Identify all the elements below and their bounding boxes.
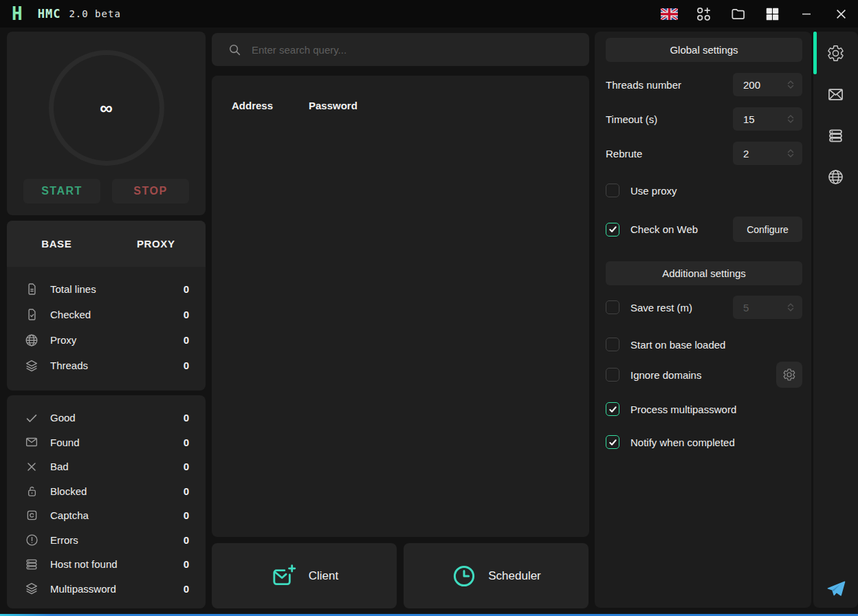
stat-label: Checked [50, 309, 91, 320]
ignore-domains-gear-button[interactable] [776, 362, 802, 388]
stat-label: Multipassword [50, 583, 116, 595]
tab-proxy[interactable]: PROXY [107, 238, 206, 250]
notify-completed-row: Notify when completed [606, 434, 802, 450]
scheduler-button[interactable]: Scheduler [404, 543, 588, 608]
runner-card: ∞ START STOP [7, 32, 206, 215]
threads-number-value: 200 [743, 79, 760, 91]
rebrute-row: Rebrute 2 [606, 142, 802, 165]
stat-label: Bad [50, 461, 69, 472]
envelope-plus-icon [270, 562, 298, 590]
timeout-label: Timeout (s) [606, 113, 657, 125]
layers-icon [23, 358, 40, 374]
app-title: HMC [38, 7, 61, 21]
widgets-add-icon[interactable] [686, 0, 720, 28]
global-settings-header: Global settings [606, 38, 802, 62]
timeout-spinner[interactable]: 15 [733, 107, 802, 131]
process-multipassword-label: Process multipassword [630, 404, 736, 415]
search-bar [212, 33, 589, 66]
stat-row-errors: Errors 0 [23, 528, 189, 553]
active-tab-indicator [813, 32, 817, 74]
app-window: H HMC 2.0 beta [0, 0, 858, 616]
stat-label: Good [50, 412, 76, 424]
stat-label: Blocked [50, 485, 87, 497]
save-rest-value: 5 [743, 302, 749, 314]
stat-value: 0 [184, 283, 189, 295]
stat-value: 0 [184, 485, 189, 497]
tab-base[interactable]: BASE [7, 238, 107, 250]
stat-row-threads: Threads 0 [23, 353, 189, 378]
check-on-web-checkbox[interactable] [606, 223, 619, 236]
threads-number-spinner[interactable]: 200 [733, 73, 802, 96]
search-input[interactable] [252, 44, 578, 56]
spinner-chevrons-icon[interactable] [785, 78, 796, 91]
folder-icon[interactable] [720, 0, 755, 28]
threads-number-label: Threads number [606, 79, 681, 91]
stat-row-proxy: Proxy 0 [23, 327, 189, 353]
globe-icon [23, 332, 40, 349]
start-button[interactable]: START [23, 179, 100, 204]
file-check-icon [23, 307, 40, 323]
server-icon [23, 556, 40, 573]
clock-icon [451, 563, 477, 589]
ignore-domains-checkbox[interactable] [606, 368, 619, 382]
progress-ring: ∞ [49, 50, 164, 166]
stat-label: Host not found [50, 558, 118, 570]
stat-label: Errors [50, 534, 78, 546]
process-multipassword-checkbox[interactable] [606, 402, 619, 416]
start-on-base-label: Start on base loaded [630, 339, 725, 351]
rebrute-value: 2 [743, 148, 749, 160]
close-button[interactable] [824, 0, 858, 28]
stat-row-bad: Bad 0 [23, 454, 189, 479]
client-button[interactable]: Client [212, 543, 397, 608]
stat-row-blocked: Blocked 0 [23, 479, 189, 504]
stat-value: 0 [184, 534, 189, 546]
save-rest-checkbox[interactable] [606, 300, 619, 314]
notify-completed-label: Notify when completed [630, 437, 735, 448]
results-table: Address Password [212, 76, 589, 537]
x-icon [23, 459, 40, 475]
check-on-web-label: Check on Web [630, 223, 698, 235]
start-on-base-checkbox[interactable] [606, 338, 619, 351]
stat-value: 0 [184, 509, 189, 521]
minimize-button[interactable] [789, 0, 824, 28]
stat-label: Threads [50, 360, 88, 371]
rebrute-label: Rebrute [606, 148, 642, 160]
save-rest-row: Save rest (m) 5 [606, 296, 802, 319]
settings-gear-icon[interactable] [826, 44, 845, 63]
error-icon [23, 531, 40, 548]
save-rest-spinner[interactable]: 5 [733, 296, 802, 319]
use-proxy-row: Use proxy [606, 183, 802, 198]
stat-value: 0 [184, 360, 189, 371]
icon-sidebar [813, 32, 858, 608]
use-proxy-checkbox[interactable] [606, 184, 619, 197]
database-icon[interactable] [826, 126, 845, 145]
titlebar: H HMC 2.0 beta [0, 0, 858, 28]
settings-panel: Global settings Threads number 200 Timeo… [595, 32, 811, 608]
stat-row-captcha: Captcha 0 [23, 503, 189, 528]
captcha-icon [23, 507, 40, 524]
file-icon [23, 281, 40, 298]
stop-button[interactable]: STOP [112, 179, 189, 204]
spinner-chevrons-icon[interactable] [785, 147, 796, 160]
rebrute-spinner[interactable]: 2 [733, 142, 802, 165]
globe-icon[interactable] [826, 168, 845, 186]
stat-value: 0 [184, 412, 189, 424]
configure-button[interactable]: Configure [733, 217, 802, 242]
spinner-chevrons-icon[interactable] [785, 301, 796, 314]
telegram-icon[interactable] [826, 580, 846, 598]
save-rest-label: Save rest (m) [630, 302, 692, 314]
windows-logo-icon[interactable] [755, 0, 789, 28]
use-proxy-label: Use proxy [630, 185, 677, 197]
check-icon [23, 410, 40, 426]
stat-row-total-lines: Total lines 0 [23, 276, 189, 302]
spinner-chevrons-icon[interactable] [785, 113, 796, 125]
client-button-label: Client [309, 569, 338, 583]
stat-row-good: Good 0 [23, 406, 189, 430]
column-header-password: Password [309, 100, 358, 111]
check-on-web-row: Check on Web Configure [606, 217, 802, 242]
language-flag-uk-icon[interactable] [652, 0, 686, 28]
mail-icon[interactable] [826, 85, 845, 104]
notify-completed-checkbox[interactable] [606, 435, 619, 449]
app-version: 2.0 beta [69, 8, 120, 19]
stat-value: 0 [184, 461, 189, 472]
